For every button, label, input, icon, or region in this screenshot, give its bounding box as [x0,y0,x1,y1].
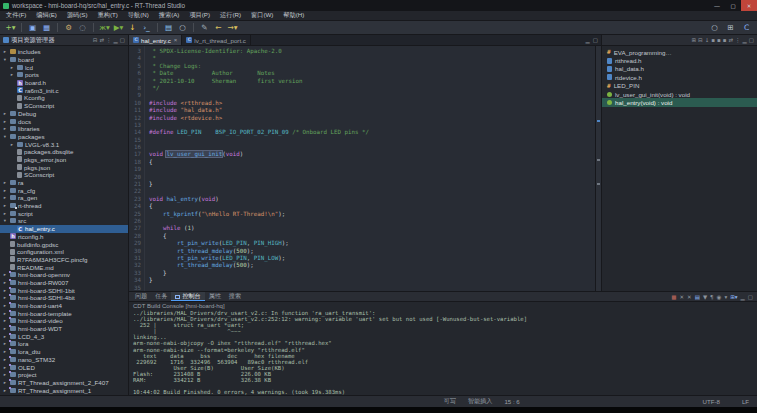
build-button[interactable]: ⚙ [62,22,75,34]
menu-navigate[interactable]: 导航(N) [123,11,154,20]
save-all-button[interactable]: ▦ [40,22,53,34]
outline-item-eva-programming[interactable]: #EVA_programming… [602,48,757,56]
tree-item-ra-cfg[interactable]: ▸ra_cfg [0,186,128,194]
tree-item-src[interactable]: ▾src [0,217,128,225]
view-menu-icon[interactable]: ⋮ [106,37,112,43]
tree-item-sconscript[interactable]: SConscript [0,102,128,110]
tree-item-debug[interactable]: ▸Debug [0,110,128,118]
code-area[interactable]: * SPDX-License-Identifier: Apache-2.0 * … [145,46,595,291]
console-tab-console[interactable]: 控制台 [171,292,204,301]
forward-button[interactable]: →▾ [226,22,239,34]
collapse-all-icon[interactable]: ⊟ [93,37,98,43]
tree-item-sconscript[interactable]: SConscript [0,171,128,179]
tree-item-ra6m3-init-c[interactable]: Cra6m3_init.c [0,86,128,94]
tree-item-script[interactable]: ▸script [0,209,128,217]
close-button[interactable]: ✕ [741,0,757,11]
tree-item-includes[interactable]: ▸includes [0,48,128,56]
console-tab-tasks[interactable]: 任务 [151,292,171,301]
hide-non-public-members-icon[interactable]: ▪ [723,37,727,43]
tree-item-board-h[interactable]: hboard.h [0,79,128,87]
tree-item-hmi-board-sdhi-1bit[interactable]: ▸hmi-board-SDHI-1bit [0,286,128,294]
tree-item-kconfig[interactable]: Kconfig [0,94,128,102]
outline-item-hal-data-h[interactable]: hal_data.h [602,65,757,73]
view-menu-icon[interactable]: ⋮ [735,37,741,43]
open-perspective-button[interactable]: ⊞ [724,22,737,34]
tree-item-hal-entry-c[interactable]: Chal_entry.c [0,225,128,233]
sort-icon[interactable]: ↓ [705,37,710,43]
tree-item-readme-md[interactable]: README.md [0,263,128,271]
editor-tab-lv-rt-thread-port-c[interactable]: Clv_rt_thread_port.c [182,35,251,45]
editor-tab-hal-entry-c[interactable]: Chal_entry.c× [129,35,182,45]
display-selected-console-icon[interactable]: ▾ [724,294,727,300]
hide-static-members-icon[interactable]: ▪ [717,37,721,43]
tree-item-ports[interactable]: ▸ports [0,71,128,79]
search-button[interactable]: ○ [176,22,189,34]
tree-item-hmi-board-template[interactable]: ▸hmi-board-template [0,309,128,317]
outline-item-led-pin[interactable]: #LED_PIN [602,82,757,90]
tree-item-lora[interactable]: ▸lora [0,340,128,348]
menu-edit[interactable]: 编辑(E) [31,11,62,20]
menu-file[interactable]: 文件(F) [1,11,31,20]
last-edit-location-button[interactable]: ✎ [198,22,211,34]
tree-item-lora-dtu[interactable]: ▸lora_dtu [0,348,128,356]
console-tab-search[interactable]: 搜索 [225,292,245,301]
menu-project[interactable]: 项目(P) [184,11,215,20]
tree-item-hmi-board-rw007[interactable]: ▸hmi-board-RW007 [0,279,128,287]
tree-item-rt-thread-assignment-2-f407[interactable]: ▸RT_Thread_assignment_2_F407 [0,379,128,387]
tree-item-oled[interactable]: ▸OLED [0,363,128,371]
tree-item-rtconfig-h[interactable]: hrtconfig.h [0,233,128,241]
close-tab-icon[interactable]: × [174,37,178,43]
collapse-all-icon[interactable]: ⊟ [698,37,703,43]
outline-item-lv-user-gui-init-void-void[interactable]: lv_user_gui_init(void) : void [602,90,757,98]
tree-item-hmi-board-openmv[interactable]: ▸hmi-board-openmv [0,271,128,279]
overview-ruler[interactable] [595,46,601,291]
tree-item-pkgs-json[interactable]: pkgs.json [0,163,128,171]
word-wrap-icon[interactable]: ¶ [710,294,714,300]
save-button[interactable]: ▣ [26,22,39,34]
tree-item-buildinfo-gpdsc[interactable]: buildinfo.gpdsc [0,240,128,248]
maximize-button[interactable]: ▢ [725,0,741,11]
remove-all-launches-icon[interactable]: ✕ [687,294,692,300]
maximize-view-icon[interactable]: ▢ [749,37,754,43]
tree-item-lvgl-v8-3-1[interactable]: ▸LVGL-v8.3.1 [0,140,128,148]
minimize-view-icon[interactable]: ▁ [586,37,590,43]
menu-source[interactable]: 源码(S) [62,11,93,20]
minimize-view-icon[interactable]: ▁ [741,294,745,300]
maximize-view-icon[interactable]: ▢ [593,37,598,43]
minimize-button[interactable]: — [709,0,725,11]
console-output[interactable]: ../libraries/HAL_Drivers/drv_usart_v2.c:… [129,310,757,395]
tree-item-pkgs-error-json[interactable]: pkgs_error.json [0,156,128,164]
tree-item-libraries[interactable]: ▸libraries [0,125,128,133]
quick-access-button[interactable]: ○ [708,22,721,34]
console-tab-problems[interactable]: 问题 [131,292,151,301]
flash-download-button[interactable]: ↓ [126,22,139,34]
tree-item-packages-dbsqlite[interactable]: packages.dbsqlite [0,148,128,156]
tree-item-packages[interactable]: ▾packages [0,133,128,141]
remove-launch-icon[interactable]: ✕ [679,294,684,300]
tree-item-r7fa6m3ah3cfc-pincfg[interactable]: R7FA6M3AH3CFC.pincfg [0,256,128,264]
menu-refactor[interactable]: 重构(T) [93,11,123,20]
link-with-editor-icon[interactable]: ⇄ [728,37,733,43]
debug-button[interactable]: ж▾ [98,22,111,34]
menu-search[interactable]: 搜索(A) [154,11,185,20]
menu-run[interactable]: 运行(R) [215,11,246,20]
maximize-view-icon[interactable]: ▢ [748,294,753,300]
pin-console-icon[interactable]: ◉ [717,294,722,300]
expand-all-icon[interactable]: ⊞ [691,37,696,43]
tree-item-ra[interactable]: ▸ra [0,179,128,187]
sdk-manager-button[interactable]: ▤ [162,22,175,34]
outline-item-rtdevice-h[interactable]: rtdevice.h [602,73,757,81]
tree-item-docs[interactable]: ▸docs [0,117,128,125]
tree-item-project[interactable]: ▸project [0,371,128,379]
scroll-lock-icon[interactable]: ▼ [703,294,707,300]
terminate-icon[interactable]: ■ [671,294,676,300]
menu-window[interactable]: 窗口(W) [246,11,278,20]
tree-item-lcd-4-3[interactable]: ▸LCD_4_3 [0,332,128,340]
tree-item-configuration-xml[interactable]: configuration.xml [0,248,128,256]
tree-item-rt-thread-assignment-1[interactable]: ▸RT_Thread_assignment_1 [0,386,128,394]
menu-help[interactable]: 帮助(H) [278,11,309,20]
hide-fields-icon[interactable]: ▪ [711,37,715,43]
tree-item-hmi-board-wdt[interactable]: ▸hmi-board-WDT [0,325,128,333]
tree-item-hmi-board-video[interactable]: ▸hmi-board-video [0,317,128,325]
tree-item-hmi-board-uart4[interactable]: ▸hmi-board-uart4 [0,302,128,310]
